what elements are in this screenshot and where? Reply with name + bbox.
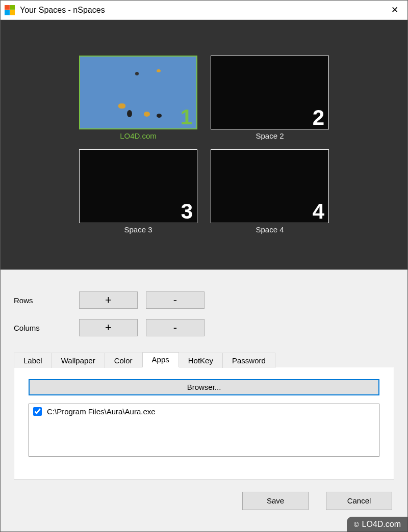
space-thumb-1-image	[80, 57, 196, 128]
tabs-row: Label Wallpaper Color Apps HotKey Passwo…	[14, 352, 394, 368]
close-icon: ✕	[391, 5, 398, 15]
space-number: 1	[181, 105, 192, 129]
rows-plus-button[interactable]: +	[79, 291, 138, 309]
columns-control: Colums + -	[14, 317, 394, 338]
columns-plus-button[interactable]: +	[79, 319, 138, 336]
rows-minus-button[interactable]: -	[146, 291, 205, 309]
close-button[interactable]: ✕	[382, 1, 407, 20]
app-window: Your Spaces - nSpaces ✕ 1 LO4D.com 2	[0, 0, 408, 532]
space-label-4: Space 4	[211, 225, 329, 234]
titlebar: Your Spaces - nSpaces ✕	[1, 1, 407, 20]
watermark: © LO4D.com	[347, 517, 408, 532]
copyright-icon: ©	[354, 521, 359, 528]
cancel-button[interactable]: Cancel	[326, 492, 392, 510]
space-thumb-2[interactable]: 2	[211, 56, 329, 129]
app-list[interactable]: C:\Program Files\Aura\Aura.exe	[29, 404, 379, 457]
space-thumb-1[interactable]: 1	[79, 56, 197, 129]
tab-color[interactable]: Color	[105, 353, 142, 368]
browser-button[interactable]: Browser...	[29, 379, 379, 395]
space-label-1: LO4D.com	[79, 131, 197, 140]
tab-apps[interactable]: Apps	[142, 352, 179, 367]
space-label-2: Space 2	[211, 131, 329, 140]
columns-label: Colums	[14, 324, 79, 332]
window-title: Your Spaces - nSpaces	[20, 6, 382, 15]
space-cell-4: 4 Space 4	[211, 149, 329, 234]
controls-panel: Rows + - Colums + - Label Wallpaper Colo…	[1, 270, 407, 531]
columns-minus-button[interactable]: -	[146, 319, 205, 336]
footer-buttons: Save Cancel	[242, 492, 392, 510]
rows-label: Rows	[14, 296, 79, 305]
app-item-path: C:\Program Files\Aura\Aura.exe	[47, 407, 156, 416]
app-list-item[interactable]: C:\Program Files\Aura\Aura.exe	[33, 407, 375, 416]
space-number: 4	[313, 199, 324, 224]
space-number: 3	[181, 199, 193, 224]
tab-wallpaper[interactable]: Wallpaper	[52, 353, 105, 368]
spaces-grid: 1 LO4D.com 2 Space 2 3 Space 3 4	[79, 56, 329, 234]
space-cell-2: 2 Space 2	[211, 56, 329, 140]
tab-label[interactable]: Label	[14, 353, 52, 368]
watermark-text: LO4D.com	[362, 520, 401, 529]
app-icon	[5, 5, 15, 15]
app-item-checkbox[interactable]	[33, 407, 42, 416]
tab-content-apps: Browser... C:\Program Files\Aura\Aura.ex…	[14, 367, 394, 480]
space-number: 2	[313, 105, 324, 130]
rows-control: Rows + -	[14, 290, 394, 310]
tab-hotkey[interactable]: HotKey	[179, 353, 223, 368]
space-cell-3: 3 Space 3	[79, 149, 197, 234]
space-thumb-4[interactable]: 4	[211, 149, 329, 223]
save-button[interactable]: Save	[242, 492, 309, 510]
tab-password[interactable]: Password	[223, 353, 275, 368]
spaces-panel: 1 LO4D.com 2 Space 2 3 Space 3 4	[1, 20, 407, 270]
space-thumb-3[interactable]: 3	[79, 149, 197, 223]
space-label-3: Space 3	[79, 225, 197, 234]
space-cell-1: 1 LO4D.com	[79, 56, 197, 140]
